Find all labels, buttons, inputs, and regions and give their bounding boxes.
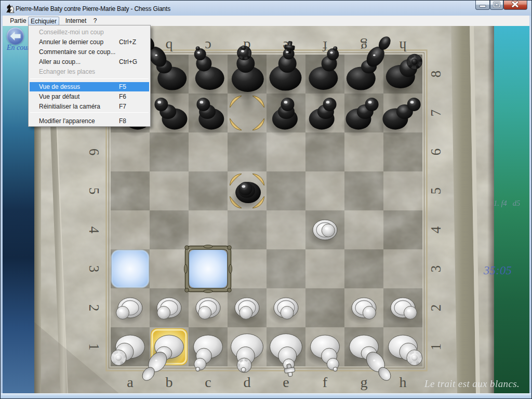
svg-text:4: 4 xyxy=(86,227,102,234)
svg-text:8: 8 xyxy=(428,71,444,78)
svg-text:a: a xyxy=(127,374,134,390)
svg-text:c: c xyxy=(205,38,211,55)
svg-text:f: f xyxy=(322,38,327,55)
svg-text:e: e xyxy=(283,374,289,390)
svg-text:b: b xyxy=(166,374,173,390)
svg-text:6: 6 xyxy=(86,149,102,156)
svg-text:g: g xyxy=(361,38,368,55)
svg-text:h: h xyxy=(400,374,407,390)
svg-text:4: 4 xyxy=(428,226,444,233)
svg-text:2: 2 xyxy=(86,304,102,312)
svg-text:c: c xyxy=(205,374,211,390)
svg-text:1: 1 xyxy=(428,343,444,351)
svg-text:3: 3 xyxy=(428,265,444,273)
svg-text:1: 1 xyxy=(86,343,102,351)
svg-text:3: 3 xyxy=(86,265,102,273)
svg-text:2: 2 xyxy=(428,304,444,312)
svg-text:d: d xyxy=(244,374,251,390)
svg-text:g: g xyxy=(361,374,368,390)
svg-text:5: 5 xyxy=(86,188,102,195)
svg-text:6: 6 xyxy=(428,149,444,156)
svg-text:h: h xyxy=(400,38,407,55)
svg-text:f: f xyxy=(323,374,328,390)
svg-text:5: 5 xyxy=(428,188,444,195)
svg-text:b: b xyxy=(166,38,173,55)
svg-text:7: 7 xyxy=(428,110,444,117)
